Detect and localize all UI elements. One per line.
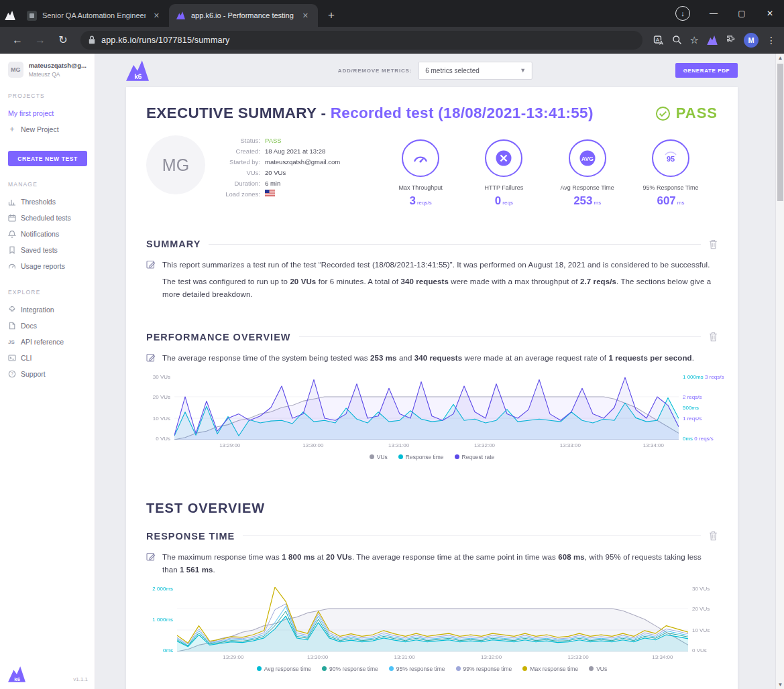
search-icon[interactable] bbox=[672, 35, 682, 45]
report-card: EXECUTIVE SUMMARY - Recorded test (18/08… bbox=[126, 87, 738, 689]
forward-icon[interactable]: → bbox=[31, 31, 50, 50]
sidebar-item-new-project[interactable]: + New Project bbox=[8, 121, 87, 137]
scrollbar-thumb[interactable] bbox=[777, 64, 783, 201]
user-account-row[interactable]: MG mateuszqatsh@g... Mateusz QA bbox=[8, 62, 87, 78]
scroll-up-icon[interactable]: ▲ bbox=[776, 54, 784, 62]
generate-pdf-button[interactable]: GENERATE PDF bbox=[675, 63, 738, 78]
tab1-close-icon[interactable]: ✕ bbox=[151, 10, 162, 21]
reload-icon[interactable]: ↻ bbox=[54, 31, 72, 50]
legend-item[interactable]: VUs bbox=[589, 666, 607, 672]
avatar: MG bbox=[146, 135, 205, 194]
back-icon[interactable]: ← bbox=[8, 31, 27, 50]
performance-legend: VUsResponse timeRequest rate bbox=[146, 454, 718, 460]
x-axis-tick: 13:29:00 bbox=[223, 654, 243, 660]
sidebar-item-usage-reports[interactable]: Usage reports bbox=[8, 258, 87, 274]
top-toolbar: k6 ADD/REMOVE METRICS: 6 metrics selecte… bbox=[95, 54, 775, 87]
legend-dot bbox=[522, 666, 527, 671]
maximize-button[interactable]: ▢ bbox=[728, 0, 756, 27]
legend-item[interactable]: 99% response time bbox=[456, 666, 512, 672]
metric-value: 607ms bbox=[657, 194, 684, 208]
sidebar-item-thresholds[interactable]: Thresholds bbox=[8, 194, 87, 210]
x-axis-tick: 13:33:00 bbox=[560, 442, 581, 448]
x-axis-tick: 13:30:00 bbox=[307, 654, 328, 660]
delete-section-icon[interactable] bbox=[709, 332, 718, 342]
legend-item[interactable]: Avg response time bbox=[257, 666, 311, 672]
create-new-test-button[interactable]: CREATE NEW TEST bbox=[8, 151, 87, 166]
user-avatar: MG bbox=[8, 62, 23, 78]
close-button[interactable]: ✕ bbox=[756, 0, 784, 27]
plot-area: 13:29:0013:30:0013:31:0013:32:0013:33:00… bbox=[177, 587, 688, 662]
avg-circle-icon: AVG bbox=[569, 139, 606, 177]
sidebar-item-integration[interactable]: Integration bbox=[8, 302, 87, 318]
performance-text: The average response time of the system … bbox=[162, 352, 718, 365]
thresholds-bars-icon bbox=[8, 198, 16, 206]
address-bar[interactable]: app.k6.io/runs/1077815/summary bbox=[80, 31, 642, 50]
main-content: k6 ADD/REMOVE METRICS: 6 metrics selecte… bbox=[95, 54, 775, 689]
k6-extension-icon[interactable] bbox=[707, 36, 718, 45]
edit-icon[interactable] bbox=[146, 353, 156, 362]
app-version: v1.1.1 bbox=[73, 676, 88, 682]
sidebar-item-saved-tests[interactable]: Saved tests bbox=[8, 242, 87, 258]
performance-paragraph: The average response time of the system … bbox=[146, 352, 718, 365]
menu-kebab-icon[interactable]: ⋮ bbox=[767, 36, 776, 45]
delete-section-icon[interactable] bbox=[709, 239, 718, 249]
new-tab-button[interactable]: + bbox=[322, 6, 341, 25]
minimize-button[interactable]: — bbox=[699, 0, 728, 27]
metric-value: 3reqs/s bbox=[409, 194, 431, 208]
integration-puzzle-icon bbox=[8, 306, 16, 314]
page-title: EXECUTIVE SUMMARY - Recorded test (18/08… bbox=[146, 105, 594, 122]
summary-paragraph-1: This report summarizes a test run of the… bbox=[146, 259, 718, 271]
tab2-title: app.k6.io - Performance testing f bbox=[191, 11, 294, 19]
browser-tab-1[interactable]: Senior QA Automation Engineer ✕ bbox=[20, 4, 169, 27]
sidebar-item-notifications[interactable]: Notifications bbox=[8, 226, 87, 242]
profile-avatar[interactable]: M bbox=[744, 33, 759, 48]
performance-plot-svg bbox=[174, 375, 679, 440]
delete-section-icon[interactable] bbox=[709, 531, 718, 541]
test-overview-title: TEST OVERVIEW bbox=[146, 501, 718, 516]
check-circle-icon bbox=[655, 106, 671, 121]
help-circle-icon: ? bbox=[8, 370, 16, 378]
x-axis-tick: 13:31:00 bbox=[388, 442, 409, 448]
scroll-down-icon[interactable]: ▼ bbox=[776, 680, 784, 689]
legend-item[interactable]: 90% response time bbox=[322, 666, 378, 672]
ms-reqs-axis: 1 000ms 3 reqs/s 2 reqs/s 500ms 1 reqs/s… bbox=[679, 375, 718, 440]
x-axis-tick: 13:31:00 bbox=[394, 654, 415, 660]
legend-item[interactable]: Response time bbox=[398, 454, 444, 460]
metrics-strip: Max Throughput 3reqs/s HTTP Failures 0re… bbox=[340, 135, 718, 208]
sidebar-item-scheduled-tests[interactable]: Scheduled tests bbox=[8, 210, 87, 226]
projects-label: PROJECTS bbox=[8, 92, 87, 99]
page-scrollbar[interactable]: ▲ ▼ bbox=[775, 54, 784, 689]
us-flag-icon bbox=[265, 189, 275, 200]
metric-avg-response-time: AVG Avg Response Time 253ms bbox=[547, 139, 628, 208]
test-name: Recorded test (18/08/2021-13:41:55) bbox=[331, 105, 594, 121]
x-axis-tick: 13:29:00 bbox=[219, 442, 240, 448]
extensions-puzzle-icon[interactable] bbox=[726, 35, 736, 45]
k6-logo-icon bbox=[5, 11, 15, 20]
window-app-icon bbox=[0, 4, 20, 27]
edit-icon[interactable] bbox=[146, 259, 156, 269]
sidebar-item-docs[interactable]: Docs bbox=[8, 318, 87, 334]
browser-tab-2[interactable]: app.k6.io - Performance testing f ✕ bbox=[169, 4, 318, 27]
sidebar-item-api-reference[interactable]: JS API reference bbox=[8, 334, 87, 350]
edit-icon[interactable] bbox=[146, 552, 156, 561]
legend-item[interactable]: Max response time bbox=[522, 666, 578, 672]
ms-axis: 2 000ms 1 000ms 0ms bbox=[146, 587, 177, 651]
browser-tab-strip: Senior QA Automation Engineer ✕ app.k6.i… bbox=[0, 0, 784, 27]
tab2-close-icon[interactable]: ✕ bbox=[300, 10, 311, 21]
legend-item[interactable]: VUs bbox=[370, 454, 388, 460]
95-gauge-icon: 95 bbox=[652, 139, 689, 177]
legend-item[interactable]: 95% response time bbox=[389, 666, 445, 672]
legend-item[interactable]: Request rate bbox=[455, 454, 495, 460]
metrics-select[interactable]: 6 metrics selected ▼ bbox=[418, 62, 533, 80]
translate-icon[interactable]: A bbox=[653, 35, 664, 46]
sidebar-item-support[interactable]: ? Support bbox=[8, 366, 87, 382]
sidebar-item-my-first-project[interactable]: My first project bbox=[8, 105, 87, 121]
terminal-icon bbox=[8, 354, 16, 362]
k6-header-logo[interactable]: k6 bbox=[126, 60, 149, 81]
sidebar-item-cli[interactable]: CLI bbox=[8, 350, 87, 366]
toolbar-icons: A ☆ M ⋮ bbox=[653, 33, 776, 48]
response-time-section-header: RESPONSE TIME bbox=[146, 531, 718, 542]
download-indicator-icon[interactable]: ↓ bbox=[675, 6, 690, 21]
legend-dot bbox=[456, 666, 461, 671]
bookmark-star-icon[interactable]: ☆ bbox=[690, 35, 699, 45]
